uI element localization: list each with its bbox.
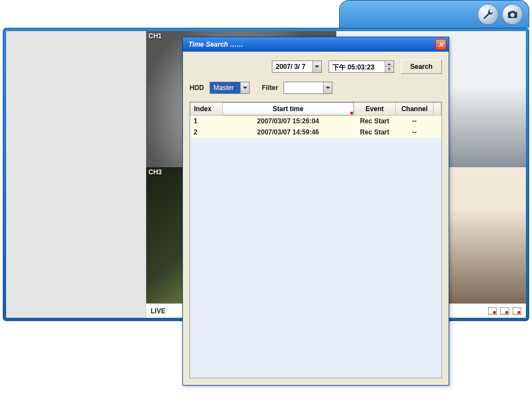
ch3-label: CH3 xyxy=(148,168,162,176)
search-button[interactable]: Search xyxy=(401,59,442,74)
cell-event: Rec Start xyxy=(354,116,395,127)
status-indicator-1[interactable] xyxy=(488,307,497,315)
date-value: 2007/ 3/ 7 xyxy=(272,61,312,72)
table-row[interactable]: 12007/03/07 15:26:04Rec Start-- xyxy=(191,116,441,127)
col-index[interactable]: Index xyxy=(191,103,223,116)
filter-row: HDD Master Filter xyxy=(190,82,442,94)
dialog-body: 2007/ 3/ 7 下午 05:03:23 Search HDD Master… xyxy=(183,52,449,102)
chevron-down-icon[interactable] xyxy=(240,82,249,93)
date-dropdown[interactable]: 2007/ 3/ 7 xyxy=(272,61,322,73)
chevron-down-icon[interactable] xyxy=(312,61,321,72)
table-header-row: Index Start time Event Channel xyxy=(191,103,441,116)
col-scrollgap xyxy=(434,103,441,116)
hdd-value: Master xyxy=(210,82,240,93)
spin-down-button[interactable] xyxy=(385,67,394,73)
table-row[interactable]: 22007/03/07 14:59:46Rec Start-- xyxy=(191,127,441,138)
col-channel[interactable]: Channel xyxy=(395,103,433,116)
filter-label: Filter xyxy=(262,84,278,92)
cell-index: 2 xyxy=(191,127,223,138)
filter-value xyxy=(284,82,323,93)
close-icon: ✕ xyxy=(438,41,444,49)
results-table-wrap[interactable]: Index Start time Event Channel 12007/03/… xyxy=(190,102,442,378)
col-event[interactable]: Event xyxy=(354,103,395,116)
time-spinner[interactable]: 下午 05:03:23 xyxy=(329,61,394,73)
time-search-dialog: Time Search …… ✕ 2007/ 3/ 7 下午 05:03:23 … xyxy=(182,37,449,386)
top-toolbar xyxy=(339,0,529,28)
results-table: Index Start time Event Channel 12007/03/… xyxy=(190,102,441,138)
close-button[interactable]: ✕ xyxy=(435,39,446,50)
cell-channel: -- xyxy=(395,127,433,138)
cell-start: 2007/03/07 15:26:04 xyxy=(222,116,354,127)
cell-start: 2007/03/07 14:59:46 xyxy=(222,127,354,138)
chevron-down-icon[interactable] xyxy=(323,82,332,93)
hdd-label: HDD xyxy=(190,84,204,92)
settings-button[interactable] xyxy=(478,4,499,25)
col-start[interactable]: Start time xyxy=(222,103,354,116)
wrench-icon xyxy=(482,8,494,21)
snapshot-button[interactable] xyxy=(502,4,523,25)
cell-channel: -- xyxy=(395,116,433,127)
ch1-label: CH1 xyxy=(148,32,162,40)
camera-icon xyxy=(506,8,519,21)
cell-index: 1 xyxy=(191,116,223,127)
cell-event: Rec Start xyxy=(354,127,395,138)
status-indicator-3[interactable] xyxy=(513,307,521,315)
left-panel xyxy=(6,31,146,318)
time-value: 下午 05:03:23 xyxy=(329,61,385,72)
cell-gap xyxy=(434,116,441,127)
filter-dropdown[interactable] xyxy=(284,82,332,94)
dialog-title-text: Time Search …… xyxy=(188,41,243,48)
search-row: 2007/ 3/ 7 下午 05:03:23 Search xyxy=(190,59,442,74)
live-label: LIVE xyxy=(151,307,166,315)
status-indicator-2[interactable] xyxy=(500,307,509,315)
hdd-dropdown[interactable]: Master xyxy=(210,82,250,94)
dialog-titlebar[interactable]: Time Search …… ✕ xyxy=(183,37,449,52)
spin-up-button[interactable] xyxy=(385,61,394,67)
status-icons xyxy=(488,307,521,315)
cell-gap xyxy=(434,127,441,138)
spinner-buttons xyxy=(385,61,394,72)
